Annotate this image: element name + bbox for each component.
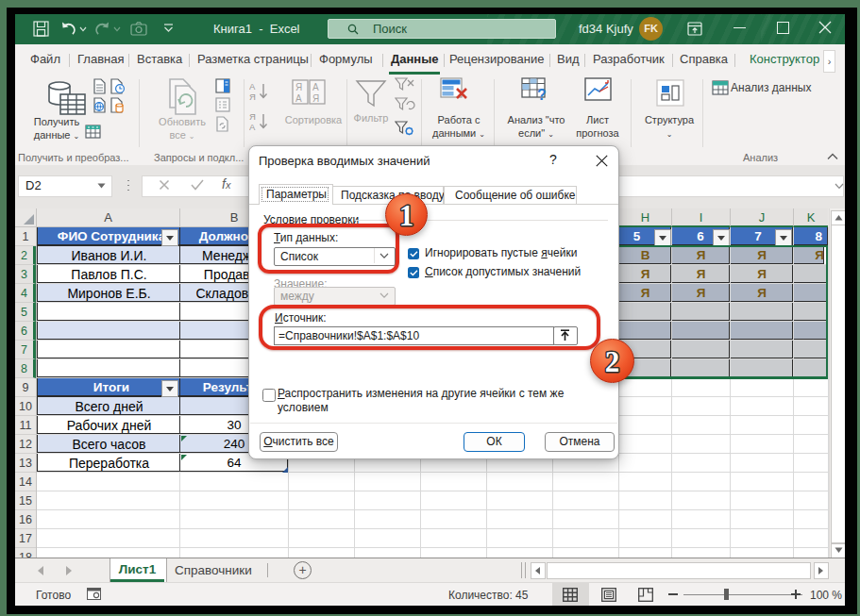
svg-text:1: 1 — [399, 199, 414, 232]
svg-text:Я: Я — [312, 93, 319, 104]
svg-text:А: А — [312, 82, 319, 92]
svg-text:Я: Я — [295, 82, 302, 92]
svg-text:?: ? — [537, 87, 547, 102]
svg-text:Я: Я — [249, 111, 256, 122]
svg-text:Я: Я — [249, 92, 256, 102]
svg-text:А: А — [249, 122, 256, 132]
svg-text:А: А — [295, 93, 302, 104]
svg-text:А: А — [249, 81, 256, 92]
svg-text:2: 2 — [605, 345, 620, 378]
